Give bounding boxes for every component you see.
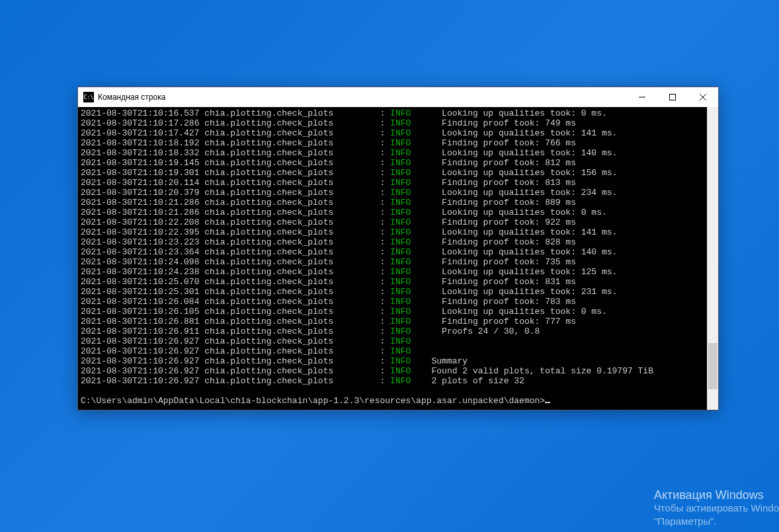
- log-line: 2021-08-30T21:10:22.395 chia.plotting.ch…: [81, 227, 704, 237]
- watermark-title: Активация Windows: [654, 488, 779, 502]
- log-line: 2021-08-30T21:10:17.286 chia.plotting.ch…: [81, 118, 704, 128]
- log-line: 2021-08-30T21:10:26.084 chia.plotting.ch…: [81, 297, 704, 307]
- terminal-output[interactable]: 2021-08-30T21:10:16.537 chia.plotting.ch…: [78, 107, 707, 410]
- log-line: 2021-08-30T21:10:26.881 chia.plotting.ch…: [81, 317, 704, 326]
- watermark-line: Чтобы активировать Windo: [654, 502, 779, 515]
- log-line: 2021-08-30T21:10:26.927 chia.plotting.ch…: [81, 366, 704, 376]
- log-line: 2021-08-30T21:10:19.145 chia.plotting.ch…: [81, 158, 704, 168]
- svg-rect-1: [670, 95, 676, 100]
- scrollbar[interactable]: [707, 107, 718, 410]
- log-line: 2021-08-30T21:10:26.927 chia.plotting.ch…: [81, 336, 704, 346]
- log-line: 2021-08-30T21:10:21.286 chia.plotting.ch…: [81, 208, 704, 217]
- scrollbar-thumb[interactable]: [708, 343, 718, 389]
- log-line: 2021-08-30T21:10:16.537 chia.plotting.ch…: [81, 108, 704, 118]
- log-line: 2021-08-30T21:10:20.114 chia.plotting.ch…: [81, 178, 704, 188]
- log-line: 2021-08-30T21:10:25.070 chia.plotting.ch…: [81, 277, 704, 287]
- blank-line: [81, 386, 704, 396]
- watermark-line: "Параметры".: [654, 515, 779, 528]
- log-line: 2021-08-30T21:10:19.301 chia.plotting.ch…: [81, 168, 704, 178]
- window-controls: [627, 87, 718, 107]
- log-line: 2021-08-30T21:10:24.098 chia.plotting.ch…: [81, 257, 704, 267]
- terminal-area: 2021-08-30T21:10:16.537 chia.plotting.ch…: [78, 107, 718, 410]
- log-line: 2021-08-30T21:10:21.286 chia.plotting.ch…: [81, 198, 704, 208]
- minimize-button[interactable]: [627, 87, 657, 107]
- log-line: 2021-08-30T21:10:26.927 chia.plotting.ch…: [81, 356, 704, 366]
- log-line: 2021-08-30T21:10:26.911 chia.plotting.ch…: [81, 326, 704, 336]
- log-line: 2021-08-30T21:10:20.379 chia.plotting.ch…: [81, 188, 704, 198]
- prompt[interactable]: C:\Users\admin\AppData\Local\chia-blockc…: [81, 396, 550, 406]
- maximize-button[interactable]: [657, 87, 688, 107]
- log-line: 2021-08-30T21:10:18.192 chia.plotting.ch…: [81, 138, 704, 148]
- cursor: [545, 402, 550, 403]
- log-line: 2021-08-30T21:10:25.301 chia.plotting.ch…: [81, 287, 704, 297]
- activation-watermark: Активация Windows Чтобы активировать Win…: [654, 488, 779, 528]
- cmd-window: C:\ Командная строка 2021-08-30T21:10:16…: [77, 87, 719, 410]
- log-line: 2021-08-30T21:10:23.223 chia.plotting.ch…: [81, 237, 704, 247]
- window-title: Командная строка: [98, 93, 627, 102]
- log-line: 2021-08-30T21:10:18.332 chia.plotting.ch…: [81, 148, 704, 158]
- log-line: 2021-08-30T21:10:24.238 chia.plotting.ch…: [81, 267, 704, 277]
- log-line: 2021-08-30T21:10:23.364 chia.plotting.ch…: [81, 247, 704, 257]
- cmd-icon: C:\: [83, 92, 94, 102]
- titlebar[interactable]: C:\ Командная строка: [78, 87, 718, 107]
- log-line: 2021-08-30T21:10:26.105 chia.plotting.ch…: [81, 307, 704, 317]
- log-line: 2021-08-30T21:10:17.427 chia.plotting.ch…: [81, 128, 704, 138]
- log-line: 2021-08-30T21:10:26.927 chia.plotting.ch…: [81, 376, 704, 386]
- close-button[interactable]: [688, 87, 718, 107]
- log-line: 2021-08-30T21:10:22.208 chia.plotting.ch…: [81, 217, 704, 227]
- log-line: 2021-08-30T21:10:26.927 chia.plotting.ch…: [81, 346, 704, 356]
